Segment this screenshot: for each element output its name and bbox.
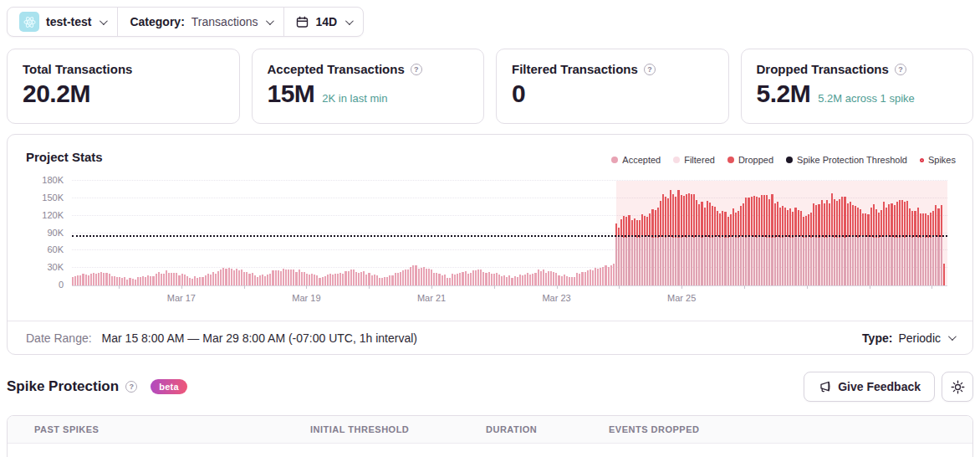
legend-item-accepted[interactable]: Accepted xyxy=(611,155,661,165)
x-axis-tick xyxy=(119,285,120,289)
card-value: 5.2M xyxy=(757,80,811,108)
calendar-icon xyxy=(296,16,309,28)
date-range-value: Mar 15 8:00 AM — Mar 29 8:00 AM (-07:00 … xyxy=(102,331,417,345)
table-header-row: PAST SPIKES INITIAL THRESHOLD DURATION E… xyxy=(8,416,972,444)
x-axis-tick xyxy=(681,285,682,289)
card-sub-value: 5.2M across 1 spike xyxy=(818,92,915,105)
chevron-down-icon xyxy=(345,17,354,25)
y-axis-label: 30K xyxy=(25,262,64,272)
y-axis-label: 90K xyxy=(25,228,64,238)
legend-item-spikes[interactable]: Spikes xyxy=(920,155,956,165)
legend-dot-icon xyxy=(786,157,793,163)
give-feedback-button[interactable]: Give Feedback xyxy=(804,372,935,402)
y-axis-label: 150K xyxy=(25,193,64,203)
legend-dot-icon xyxy=(611,157,618,163)
project-selector[interactable]: test-test xyxy=(8,8,117,36)
x-axis-tick xyxy=(244,285,245,289)
legend-item-threshold[interactable]: Spike Protection Threshold xyxy=(786,155,907,165)
column-header-initial-threshold: INITIAL THRESHOLD xyxy=(310,424,486,434)
stat-cards-row: Total Transactions 20.2M Accepted Transa… xyxy=(7,49,973,124)
help-icon[interactable]: ? xyxy=(411,64,422,75)
column-header-past-spikes: PAST SPIKES xyxy=(8,424,310,434)
y-axis-label: 120K xyxy=(25,210,64,220)
date-period-value: 14D xyxy=(315,15,337,28)
gear-icon xyxy=(951,380,965,394)
chevron-down-icon xyxy=(948,332,957,341)
x-axis-tick xyxy=(431,285,432,289)
card-value: 0 xyxy=(512,80,525,108)
card-label: Dropped Transactions xyxy=(757,62,889,76)
category-label: Category: xyxy=(130,15,184,28)
y-axis-label: 180K xyxy=(25,175,64,185)
project-platform-icon xyxy=(19,12,39,32)
megaphone-icon xyxy=(818,380,831,393)
card-label: Total Transactions xyxy=(23,62,224,76)
help-icon[interactable]: ? xyxy=(895,64,906,75)
total-transactions-card: Total Transactions 20.2M xyxy=(7,49,240,124)
y-axis-label: 0 xyxy=(25,280,64,290)
spike-protection-threshold-line xyxy=(72,235,947,237)
column-header-events-dropped: EVENTS DROPPED xyxy=(609,424,972,434)
legend-ring-icon xyxy=(920,158,924,162)
card-value: 20.2M xyxy=(23,80,90,108)
x-axis-tick xyxy=(494,285,495,289)
date-period-selector[interactable]: 14D xyxy=(284,8,363,36)
card-label: Accepted Transactions xyxy=(268,62,405,76)
chart-bars xyxy=(72,173,947,285)
x-axis-tick xyxy=(369,285,370,289)
dropped-transactions-card: Dropped Transactions ? 5.2M 5.2M across … xyxy=(741,49,974,124)
x-axis-tick xyxy=(619,285,620,289)
x-axis-tick xyxy=(807,285,808,289)
page-filter-bar: test-test Category: Transactions 14D xyxy=(7,7,364,37)
legend-item-dropped[interactable]: Dropped xyxy=(727,155,773,165)
chevron-down-icon xyxy=(266,17,274,25)
help-icon[interactable]: ? xyxy=(125,381,137,393)
x-axis-tick xyxy=(557,285,558,289)
give-feedback-label: Give Feedback xyxy=(838,380,921,393)
x-axis-tick xyxy=(870,285,870,289)
x-axis-label: Mar 21 xyxy=(417,293,446,303)
x-axis-label: Mar 19 xyxy=(292,293,320,303)
help-icon[interactable]: ? xyxy=(644,64,656,75)
settings-button[interactable] xyxy=(942,372,973,402)
category-selector[interactable]: Category: Transactions xyxy=(118,8,283,36)
usage-stats-page: test-test Category: Transactions 14D xyxy=(0,0,980,457)
past-spikes-table: PAST SPIKES INITIAL THRESHOLD DURATION E… xyxy=(7,415,973,457)
x-axis-tick xyxy=(932,285,932,289)
chevron-down-icon xyxy=(100,17,108,25)
section-title: Spike Protection xyxy=(7,378,119,395)
type-selector[interactable]: Type: Periodic xyxy=(862,331,954,345)
card-sub-value: 2K in last min xyxy=(322,92,387,105)
x-axis-tick xyxy=(306,285,307,289)
legend-dot-icon xyxy=(673,157,680,163)
type-label: Type: xyxy=(862,331,892,345)
beta-badge: beta xyxy=(151,379,187,394)
date-range-label: Date Range: xyxy=(26,331,92,345)
chart-plot[interactable]: 180K150K120K90K60K30K0Mar 17Mar 19Mar 21… xyxy=(72,173,947,286)
x-axis-label: Mar 17 xyxy=(167,293,196,303)
type-value: Periodic xyxy=(898,331,941,345)
x-axis-tick xyxy=(181,285,182,289)
project-name: test-test xyxy=(46,15,91,28)
legend-item-filtered[interactable]: Filtered xyxy=(673,155,715,165)
column-header-duration: DURATION xyxy=(486,424,609,434)
chart-title: Project Stats xyxy=(26,150,103,164)
chart-footer: Date Range: Mar 15 8:00 AM — Mar 29 8:00… xyxy=(8,321,972,354)
chart-legend: Accepted Filtered Dropped Spike Protecti… xyxy=(611,155,956,165)
category-value: Transactions xyxy=(191,15,258,28)
x-axis-tick xyxy=(744,285,745,289)
x-axis-label: Mar 23 xyxy=(542,293,570,303)
project-stats-card: Project Stats Accepted Filtered Dropped … xyxy=(7,134,973,355)
legend-dot-icon xyxy=(727,157,734,163)
x-axis-label: Mar 25 xyxy=(667,293,696,303)
accepted-transactions-card: Accepted Transactions ? 15M 2K in last m… xyxy=(252,49,485,124)
y-axis-label: 60K xyxy=(25,244,64,254)
filtered-transactions-card: Filtered Transactions ? 0 xyxy=(496,49,729,124)
card-value: 15M xyxy=(268,80,315,108)
table-row[interactable] xyxy=(8,444,972,457)
card-label: Filtered Transactions xyxy=(512,62,638,76)
spike-protection-header: Spike Protection ? beta Give Feedback xyxy=(7,372,973,402)
